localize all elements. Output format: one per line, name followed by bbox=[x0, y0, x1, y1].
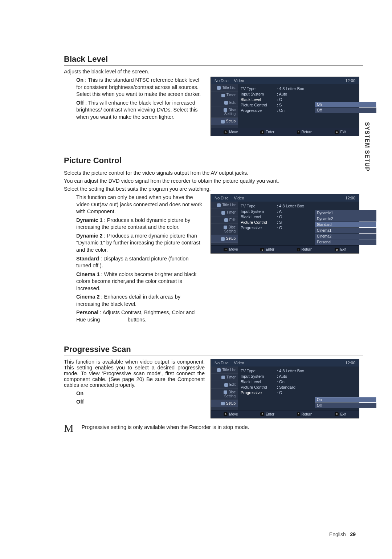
foot-move: Move bbox=[229, 130, 238, 134]
osd-dropdown[interactable]: On Off bbox=[315, 397, 376, 409]
osd-time: 12:00 bbox=[345, 78, 355, 83]
osd-sidebar: Title List Timer Edit Disc Setting Setup bbox=[211, 202, 238, 245]
key-icon: > bbox=[224, 412, 228, 416]
osd-black-level: No Disc Video 12:00 Title List Timer Edi… bbox=[211, 77, 359, 136]
osd-nodisc: No Disc bbox=[215, 196, 229, 200]
note-row: M Progressive setting is only available … bbox=[64, 422, 363, 434]
section-progressive-scan: Progressive Scan This function is availa… bbox=[64, 345, 363, 434]
osd-val: : 4:3 Letter Box bbox=[277, 204, 356, 208]
osd-val: : O bbox=[277, 97, 356, 102]
heading-black-level: Black Level bbox=[64, 54, 363, 66]
dropdown-option[interactable]: Off bbox=[315, 403, 376, 408]
foot-return: Return bbox=[302, 247, 313, 251]
key-icon: e bbox=[335, 412, 339, 416]
black-level-intro: Adjusts the black level of the screen. bbox=[64, 69, 363, 74]
sidebar-item[interactable]: Title List bbox=[211, 84, 238, 92]
dropdown-option[interactable]: Dynamic2 bbox=[315, 216, 376, 222]
dropdown-option[interactable]: Cinema1 bbox=[315, 228, 376, 233]
label-cinema2: Cinema 2 bbox=[76, 294, 99, 300]
osd-menu-title: Video bbox=[234, 361, 244, 365]
sidebar-item[interactable]: Timer bbox=[211, 374, 238, 381]
footer-lang: English bbox=[329, 531, 346, 537]
key-icon: s bbox=[260, 130, 264, 134]
black-level-off-row: Off : This will enhance the black level … bbox=[76, 100, 205, 121]
sidebar-item[interactable]: Title List bbox=[211, 202, 238, 209]
osd-key: Input System bbox=[241, 92, 277, 96]
sidebar-item[interactable]: Title List bbox=[211, 366, 238, 374]
foot-enter: Enter bbox=[266, 130, 274, 134]
foot-enter: Enter bbox=[266, 247, 274, 251]
foot-exit: Exit bbox=[340, 130, 346, 134]
foot-move: Move bbox=[229, 412, 238, 416]
sidebar-item-setup[interactable]: Setup bbox=[211, 400, 238, 407]
osd-key: Black Level bbox=[241, 380, 277, 384]
black-level-on-row: On : This is the standard NTSC reference… bbox=[76, 77, 205, 98]
osd-key: Picture Control bbox=[241, 220, 277, 224]
osd-dropdown[interactable]: Dynamic1 Dynamic2 Standard Cinema1 Cinem… bbox=[315, 210, 376, 245]
label-dynamic2: Dynamic 2 bbox=[76, 233, 103, 239]
key-icon: r bbox=[297, 130, 300, 134]
key-icon: e bbox=[335, 248, 339, 251]
sidebar-item[interactable]: Edit bbox=[211, 381, 238, 388]
dropdown-option[interactable]: On bbox=[315, 102, 376, 107]
dropdown-option[interactable]: Standard bbox=[315, 222, 376, 227]
pc-std: Standard : Displays a standard picture (… bbox=[76, 255, 205, 270]
osd-footer: >Move sEnter rReturn eExit bbox=[211, 245, 359, 253]
osd-footer: >Move sEnter rReturn eExit bbox=[211, 410, 359, 418]
osd-progressive: No Disc Video 12:00 Title List Timer Edi… bbox=[211, 359, 359, 418]
osd-val: : Standard bbox=[277, 385, 356, 389]
label-on: On bbox=[76, 77, 83, 83]
osd-val: : O bbox=[277, 390, 356, 395]
foot-return: Return bbox=[302, 130, 313, 134]
osd-menu-title: Video bbox=[234, 196, 244, 200]
text-on: : This is the standard NTSC reference bl… bbox=[76, 77, 201, 97]
label-on: On bbox=[76, 390, 83, 396]
osd-dropdown[interactable]: On Off bbox=[315, 102, 376, 113]
side-tab-label: SYSTEM SETUP bbox=[364, 122, 370, 171]
foot-enter: Enter bbox=[266, 412, 274, 416]
section-picture-control: Picture Control Selects the picture cont… bbox=[64, 156, 363, 325]
dropdown-option[interactable]: Cinema2 bbox=[315, 234, 376, 239]
foot-exit: Exit bbox=[340, 247, 346, 251]
sidebar-item[interactable]: Edit bbox=[211, 99, 238, 106]
key-icon: r bbox=[297, 248, 300, 251]
sidebar-item-setup[interactable]: Setup bbox=[211, 118, 238, 125]
sidebar-item[interactable]: Timer bbox=[211, 209, 238, 216]
dropdown-option[interactable]: Off bbox=[315, 108, 376, 113]
osd-time: 12:00 bbox=[345, 196, 355, 200]
osd-time: 12:00 bbox=[345, 361, 355, 365]
osd-key: Picture Control bbox=[241, 103, 277, 107]
osd-sidebar: Title List Timer Edit Disc Setting Setup bbox=[211, 84, 238, 128]
foot-return: Return bbox=[302, 412, 313, 416]
pc-c1: Cinema 1 : White colors become brighter … bbox=[76, 271, 205, 292]
dropdown-option[interactable]: Personal bbox=[315, 239, 376, 245]
osd-footer: >Move sEnter rReturn eExit bbox=[211, 128, 359, 136]
dropdown-option[interactable]: Dynamic1 bbox=[315, 210, 376, 216]
osd-key: TV Type bbox=[241, 86, 277, 91]
osd-val: : Auto bbox=[277, 374, 356, 378]
osd-key: Picture Control bbox=[241, 385, 277, 389]
osd-key: Input System bbox=[241, 374, 277, 378]
sidebar-item[interactable]: Edit bbox=[211, 216, 238, 224]
label-off: Off bbox=[76, 399, 84, 405]
text-off: : This will enhance the black level for … bbox=[76, 100, 197, 120]
osd-picture-control: No Disc Video 12:00 Title List Timer Edi… bbox=[211, 194, 359, 254]
dropdown-option[interactable]: On bbox=[315, 397, 376, 402]
sidebar-item-setup[interactable]: Setup bbox=[211, 235, 238, 242]
sidebar-item[interactable]: Disc Setting bbox=[211, 224, 238, 235]
foot-move: Move bbox=[229, 247, 238, 251]
label-dynamic1: Dynamic 1 bbox=[76, 217, 103, 223]
osd-val: : On bbox=[277, 380, 356, 384]
note-icon: M bbox=[64, 422, 74, 434]
key-icon: e bbox=[335, 130, 339, 134]
osd-menu-title: Video bbox=[234, 78, 244, 83]
section-black-level: Black Level Adjusts the black level of t… bbox=[64, 54, 363, 136]
sidebar-item[interactable]: Timer bbox=[211, 92, 238, 99]
sidebar-item[interactable]: Disc Setting bbox=[211, 389, 238, 400]
osd-key: Input System bbox=[241, 209, 277, 214]
sidebar-item[interactable]: Disc Setting bbox=[211, 106, 238, 118]
osd-nodisc: No Disc bbox=[215, 78, 229, 83]
pc-intro1: Selects the picture control for the vide… bbox=[64, 170, 363, 176]
osd-sidebar: Title List Timer Edit Disc Setting Setup bbox=[211, 366, 238, 410]
footer-page-number: 29 bbox=[350, 531, 356, 537]
